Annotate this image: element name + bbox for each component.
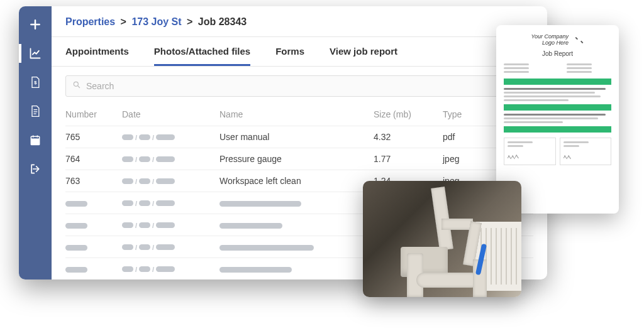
- tab-appointments[interactable]: Appointments: [65, 37, 129, 66]
- report-section-band: [504, 126, 611, 133]
- cell-number: 764: [65, 154, 122, 164]
- invoice-icon[interactable]: $: [28, 75, 42, 89]
- breadcrumb: Properties > 173 Joy St > Job 28343: [52, 6, 547, 36]
- tab-report[interactable]: View job report: [330, 37, 397, 66]
- tab-forms[interactable]: Forms: [275, 37, 304, 66]
- search-box[interactable]: [65, 75, 533, 97]
- table-row[interactable]: 764 // Pressure gauge 1.77 jpeg: [65, 148, 533, 170]
- wrench-icon: [572, 34, 584, 45]
- cell-number: 763: [65, 176, 122, 186]
- cell-name: User manual: [219, 132, 374, 142]
- search-input[interactable]: [86, 81, 526, 91]
- tabs: Appointments Photos/Attached files Forms…: [52, 36, 547, 66]
- table-header: Number Date Name Size (mb) Type: [65, 103, 533, 126]
- cell-number: 765: [65, 132, 122, 142]
- cell-date: //: [122, 154, 219, 164]
- cell-size: 1.77: [374, 154, 443, 164]
- search-icon: [72, 80, 86, 92]
- calendar-icon[interactable]: [28, 133, 42, 147]
- company-logo-placeholder: Your CompanyLogo Here: [531, 34, 569, 46]
- document-icon[interactable]: [28, 104, 42, 118]
- chart-icon[interactable]: [28, 46, 42, 60]
- breadcrumb-separator: >: [187, 16, 192, 27]
- logout-icon[interactable]: [28, 162, 42, 176]
- column-header[interactable]: Size (mb): [374, 109, 443, 119]
- column-header[interactable]: Date: [122, 109, 219, 119]
- svg-point-4: [74, 82, 78, 86]
- report-section-band: [504, 104, 611, 111]
- column-header[interactable]: Number: [65, 109, 122, 119]
- breadcrumb-separator: >: [121, 16, 126, 27]
- cell-size: 4.32: [374, 132, 443, 142]
- sidebar: $: [19, 6, 52, 279]
- attached-photo-card[interactable]: [363, 181, 521, 297]
- cell-name: Workspace left clean: [219, 176, 374, 186]
- signature-box: ﾍﾍﾍ: [504, 138, 556, 165]
- report-title: Job Report: [504, 50, 611, 57]
- breadcrumb-link[interactable]: Properties: [65, 16, 115, 27]
- column-header[interactable]: Name: [219, 109, 374, 119]
- cell-date: //: [122, 176, 219, 186]
- plus-icon[interactable]: [28, 18, 42, 31]
- cell-date: //: [122, 132, 219, 142]
- report-section-band: [504, 79, 611, 85]
- tab-photos[interactable]: Photos/Attached files: [154, 37, 250, 66]
- cell-name: Pressure gauge: [219, 154, 374, 164]
- breadcrumb-current: Job 28343: [198, 16, 247, 27]
- table-row[interactable]: 765 // User manual 4.32 pdf: [65, 126, 533, 148]
- svg-text:$: $: [34, 80, 37, 85]
- report-header: Your CompanyLogo Here Job Report: [504, 34, 611, 57]
- signature-box: ﾍﾍ: [560, 138, 612, 165]
- breadcrumb-link[interactable]: 173 Joy St: [131, 16, 181, 27]
